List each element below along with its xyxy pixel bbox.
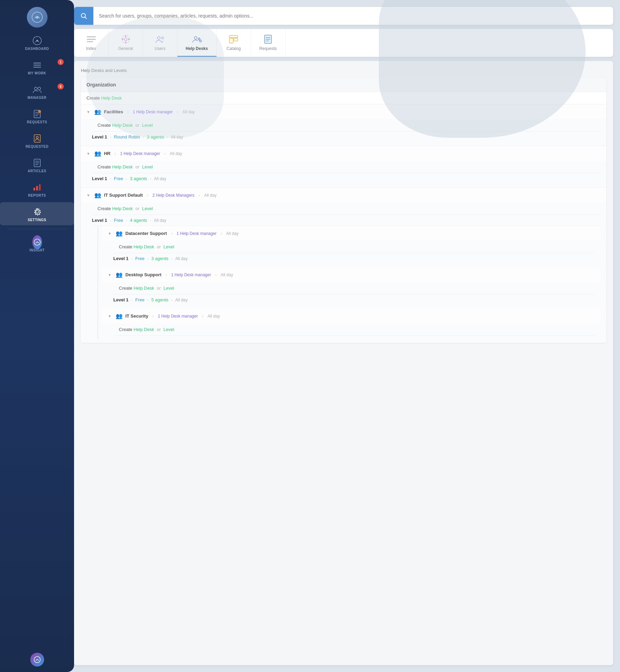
it-support-level-type: Free bbox=[114, 218, 123, 223]
it-security-manager-count: 1 Help Desk manager bbox=[158, 314, 198, 319]
it-support-level-num: Level 1 bbox=[92, 218, 107, 223]
datacenter-allday: All day bbox=[226, 231, 239, 236]
svg-point-15 bbox=[36, 136, 38, 138]
datacenter-manager-count: 1 Help Desk manager bbox=[177, 231, 217, 236]
svg-rect-47 bbox=[234, 38, 238, 41]
mywork-icon bbox=[32, 60, 42, 70]
datacenter-or: or bbox=[157, 244, 161, 249]
helpdesk-it-security-header[interactable]: ▼ 👥 IT Security › 1 Help Desk manager › … bbox=[102, 309, 601, 323]
sidebar-item-reports[interactable]: REPORTS bbox=[0, 178, 74, 201]
helpdesk-hr-header[interactable]: ▼ 👥 HR › 1 Help Desk manager › All day bbox=[81, 146, 606, 161]
helpdesk-it-support-header[interactable]: ▼ 👥 IT Support Default › 2 Help Desk Man… bbox=[81, 188, 606, 203]
datacenter-create-label: Create bbox=[119, 244, 132, 249]
desktop-manager-count: 1 Help Desk manager bbox=[171, 272, 211, 277]
datacenter-create-level-link[interactable]: Level bbox=[163, 244, 174, 249]
app-logo[interactable] bbox=[27, 7, 48, 28]
svg-point-8 bbox=[38, 87, 41, 90]
reports-icon bbox=[32, 183, 42, 192]
sidebar-item-label-insight: INSIGHT bbox=[29, 248, 44, 252]
catalog-tab-icon bbox=[228, 34, 239, 45]
requests-tab-icon bbox=[262, 34, 273, 45]
datacenter-group-icon: 👥 bbox=[116, 230, 123, 237]
manager-badge: 6 bbox=[58, 83, 64, 90]
svg-rect-46 bbox=[229, 38, 233, 43]
it-security-create-row: Create Help Desk or Level bbox=[113, 323, 595, 336]
datacenter-chevron: ▼ bbox=[108, 231, 112, 236]
sidebar-divider bbox=[8, 229, 67, 229]
it-security-group-icon: 👥 bbox=[116, 313, 123, 319]
facilities-chevron: ▼ bbox=[86, 110, 90, 114]
sidebar-item-requested[interactable]: REQUESTED bbox=[0, 129, 74, 152]
manager-icon bbox=[32, 85, 42, 94]
facilities-create-label: Create bbox=[97, 123, 111, 128]
articles-icon bbox=[32, 158, 42, 168]
content-panel: Help Desks and Levels Organization Creat… bbox=[74, 61, 613, 665]
helpdesk-it-support: ▼ 👥 IT Support Default › 2 Help Desk Man… bbox=[81, 188, 606, 343]
tab-requests[interactable]: Requests bbox=[251, 29, 286, 57]
desktop-level-num: Level 1 bbox=[113, 297, 128, 302]
datacenter-name: Datacenter Support bbox=[125, 231, 167, 236]
hr-group-icon: 👥 bbox=[94, 150, 101, 157]
it-security-or: or bbox=[157, 327, 161, 332]
svg-rect-45 bbox=[229, 35, 238, 38]
index-tab-icon bbox=[86, 34, 97, 45]
datacenter-level-agents: 3 agents bbox=[151, 256, 168, 261]
svg-rect-22 bbox=[39, 184, 41, 190]
datacenter-level-type: Free bbox=[135, 256, 145, 261]
it-support-level-agents: 4 agents bbox=[130, 218, 147, 223]
hr-create-label: Create bbox=[97, 164, 111, 169]
hr-or: or bbox=[135, 164, 140, 169]
svg-point-23 bbox=[36, 210, 39, 213]
helpdesk-desktop: ▼ 👥 Desktop Support › 1 Help Desk manage… bbox=[97, 267, 601, 309]
it-security-allday: All day bbox=[207, 314, 220, 319]
desktop-create-row: Create Help Desk or Level bbox=[113, 282, 595, 294]
sidebar-item-settings[interactable]: SETTINGS bbox=[0, 202, 74, 225]
helpdesk-desktop-header[interactable]: ▼ 👥 Desktop Support › 1 Help Desk manage… bbox=[102, 267, 601, 282]
datacenter-create-helpdesk-link[interactable]: Help Desk bbox=[134, 244, 154, 249]
sidebar-item-insight[interactable]: INSIGHT bbox=[0, 232, 74, 256]
sidebar-item-articles[interactable]: ARTICLES bbox=[0, 153, 74, 176]
hr-chevron: ▼ bbox=[86, 152, 90, 156]
it-support-create-helpdesk-link[interactable]: Help Desk bbox=[112, 206, 133, 211]
it-support-level-schedule: All day bbox=[154, 218, 166, 223]
sidebar-item-label-dashboard: DASHBOARD bbox=[25, 47, 49, 51]
helpdesk-datacenter-header[interactable]: ▼ 👥 Datacenter Support › 1 Help Desk man… bbox=[102, 226, 601, 241]
sidebar: DASHBOARD 1 MY WORK 6 bbox=[0, 0, 74, 672]
requested-icon bbox=[32, 134, 42, 143]
sidebar-item-manager[interactable]: 6 MANAGER bbox=[0, 80, 74, 103]
hr-create-row: Create Help Desk or Level bbox=[92, 161, 601, 173]
desktop-create-label: Create bbox=[119, 286, 132, 291]
desktop-create-level-link[interactable]: Level bbox=[163, 286, 174, 291]
hr-level-schedule: All day bbox=[154, 176, 166, 181]
desktop-level-type: Free bbox=[135, 297, 145, 302]
search-button[interactable] bbox=[74, 7, 93, 25]
it-support-create-label: Create bbox=[97, 206, 111, 211]
it-support-group-icon: 👥 bbox=[94, 192, 101, 198]
it-support-manager-count: 2 Help Desk Managers bbox=[153, 193, 195, 198]
sidebar-item-requests[interactable]: REQUESTS bbox=[0, 104, 74, 127]
it-support-body: Create Help Desk or Level Level 1 › Free… bbox=[81, 203, 606, 343]
svg-point-3 bbox=[36, 40, 38, 42]
desktop-create-helpdesk-link[interactable]: Help Desk bbox=[134, 286, 154, 291]
hr-create-helpdesk-link[interactable]: Help Desk bbox=[112, 164, 133, 169]
hr-level-type: Free bbox=[114, 176, 123, 181]
desktop-allday: All day bbox=[221, 272, 233, 277]
hr-name: HR bbox=[104, 151, 111, 156]
sidebar-item-mywork[interactable]: 1 MY WORK bbox=[0, 55, 74, 79]
it-support-create-level-link[interactable]: Level bbox=[142, 206, 153, 211]
insight-icon bbox=[32, 237, 42, 247]
it-support-create-row: Create Help Desk or Level bbox=[92, 203, 601, 215]
desktop-level-agents: 5 agents bbox=[151, 297, 168, 302]
svg-point-13 bbox=[38, 110, 41, 113]
it-security-create-level-link[interactable]: Level bbox=[163, 327, 174, 332]
hr-level-agents: 3 agents bbox=[130, 176, 147, 181]
hr-manager-count: 1 Help Desk manager bbox=[120, 151, 160, 156]
sidebar-item-dashboard[interactable]: DASHBOARD bbox=[0, 31, 74, 54]
it-security-create-label: Create bbox=[119, 327, 132, 332]
sidebar-item-label-requested: REQUESTED bbox=[25, 145, 49, 148]
datacenter-level-1: Level 1 › Free › 3 agents › All day bbox=[113, 253, 595, 264]
it-security-create-helpdesk-link[interactable]: Help Desk bbox=[134, 327, 154, 332]
helpdesk-it-security: ▼ 👥 IT Security › 1 Help Desk manager › … bbox=[97, 309, 601, 339]
bottom-logo[interactable] bbox=[30, 653, 44, 666]
hr-create-level-link[interactable]: Level bbox=[142, 164, 153, 169]
